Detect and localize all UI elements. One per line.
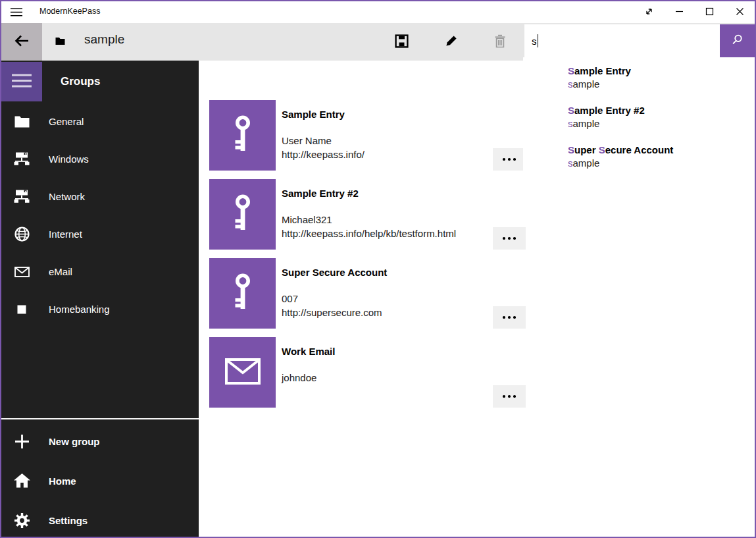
search-suggestion[interactable]: Sample Entry #2sample [523,104,755,144]
suggestion-subtitle: sample [568,157,755,170]
sidebar-action-new-group[interactable]: New group [1,421,199,461]
sidebar-item-label: eMail [49,266,72,277]
envelope-icon [13,267,30,277]
entry-username: User Name [282,134,365,148]
window-controls [634,1,755,23]
text-caret [538,34,539,47]
plus-icon [13,434,30,449]
entry-more-button[interactable] [493,148,526,171]
square-icon [13,305,30,314]
appbar: sample s [1,23,755,61]
expand-icon [644,7,654,18]
hamburger-icon [12,73,32,90]
pane-toggle-button[interactable] [1,62,42,101]
entry-more-button[interactable] [493,385,526,408]
entry-tile [209,100,276,171]
sidebar-item-general[interactable]: General [1,103,199,140]
entry-username: Michael321 [282,213,456,227]
search-button[interactable] [720,24,755,57]
minimize-button[interactable] [664,1,694,23]
delete-button[interactable] [485,23,515,61]
sidebar-bottom: New groupHomeSettings [1,418,199,538]
close-button[interactable] [724,1,755,23]
groups-header: Groups [61,62,100,101]
sidebar-action-home[interactable]: Home [1,461,199,500]
globe-icon [13,227,30,242]
edit-button[interactable] [436,23,466,61]
network-icon [13,190,30,203]
entry-details: johndoe [282,371,316,385]
sidebar-actions: New groupHomeSettings [1,421,199,538]
ellipsis-icon [503,237,516,240]
entry-more-button[interactable] [493,306,526,329]
entry-item[interactable]: Super Secure Account007http://supersecur… [209,258,551,329]
sidebar-item-email[interactable]: eMail [1,253,199,290]
search-input-value: s [532,36,537,47]
entry-title: Work Email [282,346,335,357]
sidebar-item-label: Homebanking [49,304,110,315]
titlebar-hamburger-icon[interactable] [10,7,23,20]
envelope-icon [225,358,261,387]
search-icon [731,34,743,48]
save-icon [395,34,409,50]
sidebar-item-label: General [49,116,84,127]
search-suggestions-flyout: Sample EntrysampleSample Entry #2sampleS… [523,57,755,227]
sidebar-action-label: Home [49,475,76,487]
save-button[interactable] [386,23,416,61]
suggestion-subtitle: sample [568,117,755,130]
ellipsis-icon [503,158,516,161]
entry-item[interactable]: Sample EntryUser Namehttp://keepass.info… [209,100,551,171]
entry-title: Sample Entry #2 [282,188,359,199]
entry-tile [209,179,276,250]
network-icon [13,152,30,166]
maximize-icon [705,7,714,18]
search-box: s [524,24,755,57]
search-suggestion[interactable]: Super Secure Accountsample [523,144,755,183]
close-icon [736,7,744,18]
app-window: ModernKeePass sample s Groups GeneralWin… [0,0,756,538]
entry-tile [209,337,276,408]
trash-icon [493,34,507,50]
entry-item[interactable]: Work Emailjohndoe [209,337,551,408]
suggestion-title: Sample Entry [568,65,755,78]
titlebar: ModernKeePass [1,1,755,23]
folder-icon [13,116,30,128]
ellipsis-icon [503,316,516,319]
sidebar-action-settings[interactable]: Settings [1,500,199,538]
sidebar-separator [1,418,199,419]
entry-tile [209,258,276,329]
key-icon [228,114,258,157]
home-icon [13,473,30,488]
entry-item[interactable]: Sample Entry #2Michael321http://keepass.… [209,179,551,250]
entry-username: johndoe [282,371,316,385]
ellipsis-icon [503,395,516,398]
pencil-icon [445,34,458,49]
entry-url: http://supersecure.com [282,306,382,320]
back-arrow-icon [13,32,31,52]
sidebar-item-internet[interactable]: Internet [1,215,199,253]
search-suggestion[interactable]: Sample Entrysample [523,65,755,104]
database-folder-icon [55,36,65,48]
suggestion-title: Super Secure Account [568,144,755,157]
sidebar-action-label: Settings [49,515,88,526]
app-title: ModernKeePass [39,7,100,16]
maximize-button[interactable] [694,1,724,23]
back-button[interactable] [1,23,42,61]
expand-button[interactable] [634,1,664,23]
database-title: sample [84,32,124,47]
sidebar-action-label: New group [49,436,100,447]
minimize-icon [675,7,684,18]
sidebar-item-homebanking[interactable]: Homebanking [1,290,199,328]
key-icon [228,193,258,236]
sidebar-item-windows[interactable]: Windows [1,140,199,178]
suggestion-subtitle: sample [568,78,755,91]
search-input[interactable]: s [524,24,720,57]
sidebar-item-network[interactable]: Network [1,178,199,215]
sidebar-item-label: Network [49,191,85,202]
sidebar: Groups GeneralWindowsNetworkInterneteMai… [1,61,199,537]
entry-details: Michael321http://keepass.info/help/kb/te… [282,213,456,240]
entry-more-button[interactable] [493,227,526,250]
entry-username: 007 [282,292,382,306]
entry-title: Super Secure Account [282,267,387,278]
entry-url: http://keepass.info/help/kb/testform.htm… [282,227,456,241]
